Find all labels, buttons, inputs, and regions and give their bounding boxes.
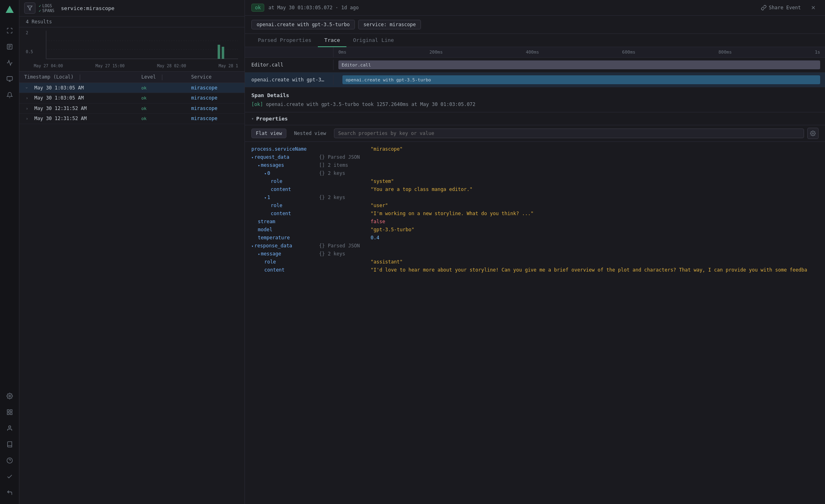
cell-service: mirascope	[187, 93, 245, 104]
svg-rect-10	[10, 410, 12, 412]
prop-row-messages[interactable]: ▾messages [] 2 items	[245, 161, 825, 169]
span-details-title: Span Details	[251, 92, 819, 98]
span-details-content: openai.create with gpt-3.5-turbo took 12…	[266, 102, 475, 107]
prop-value-model: "gpt-3.5-turbo"	[371, 227, 414, 232]
trace-bar-openai: openai.create with gpt-3.5-turbo	[342, 75, 820, 84]
prop-row-1[interactable]: ▾1 {} 2 keys	[245, 193, 825, 201]
table-row[interactable]: › May 30 1:03:05 AM ok mirascope	[19, 83, 245, 93]
svg-point-8	[9, 395, 10, 397]
prop-value-content-system: "You are a top class manga editor."	[371, 187, 473, 192]
collapse-arrow-requestdata: ▾	[251, 156, 253, 160]
collapse-arrow-1: ▾	[264, 196, 266, 200]
trace-name-openai: openai.create with gpt-3.5-turbo	[245, 75, 334, 85]
filter-button[interactable]	[24, 2, 35, 14]
breadcrumb-openai: openai.create with gpt-3.5-turbo	[251, 20, 355, 29]
left-panel: ✓ LOGS ✓ SPANS 4 Results 2 0.5	[19, 0, 245, 504]
col-service[interactable]: Service	[187, 72, 245, 83]
table-row[interactable]: › May 30 12:31:52 AM ok mirascope	[19, 103, 245, 114]
close-button[interactable]	[808, 2, 819, 13]
sidebar-item-help[interactable]	[2, 453, 17, 468]
svg-rect-5	[7, 77, 12, 80]
prop-key-content-system: content	[251, 187, 316, 192]
col-timestamp[interactable]: Timestamp (Local)	[19, 72, 137, 83]
trace-row-editor[interactable]: Editor.call Editor.call	[245, 58, 825, 73]
prop-row-content-user[interactable]: content "I'm working on a new storyline.…	[245, 209, 825, 218]
tick-1s: 1s	[815, 50, 820, 55]
sidebar-item-grid[interactable]	[2, 405, 17, 419]
flat-view-button[interactable]: Flat view	[251, 129, 286, 138]
prop-key-role-assistant: role	[251, 259, 316, 265]
span-details-text: [ok] openai.create with gpt-3.5-turbo to…	[251, 102, 819, 107]
sidebar	[0, 0, 19, 504]
tick-600: 600ms	[622, 50, 635, 55]
cell-level: ok	[137, 103, 187, 114]
trace-row-openai[interactable]: openai.create with gpt-3.5-turbo openai.…	[245, 73, 825, 87]
prop-row-requestdata[interactable]: ▾request_data {} Parsed JSON	[245, 153, 825, 161]
properties-settings-button[interactable]	[807, 128, 819, 139]
chart-y-labels: 2 0.5	[26, 31, 33, 54]
cell-timestamp: › May 30 12:31:52 AM	[19, 114, 137, 124]
collapse-arrow-0: ▾	[264, 172, 266, 176]
x-label-3: May 28 02:00	[157, 64, 186, 68]
prop-row-responsedata[interactable]: ▾response_data {} Parsed JSON	[245, 242, 825, 250]
prop-key-requestdata: ▾request_data	[251, 154, 316, 160]
sidebar-item-alerts[interactable]	[2, 88, 17, 102]
prop-row-message[interactable]: ▾message {} 2 keys	[245, 250, 825, 258]
prop-row-content-system[interactable]: content "You are a top class manga edito…	[245, 185, 825, 193]
collapse-arrow-message: ▾	[258, 252, 260, 256]
prop-key-role-system: role	[251, 178, 316, 184]
prop-row-role-user[interactable]: role "user"	[245, 201, 825, 209]
event-timestamp: at May 30 01:03:05.072 · 1d ago	[268, 5, 359, 10]
prop-type-1: {} 2 keys	[319, 195, 367, 200]
results-table-container: Timestamp (Local) Level Service › May 30…	[19, 72, 245, 504]
sidebar-item-user[interactable]	[2, 421, 17, 436]
tick-0: 0ms	[338, 50, 346, 55]
sidebar-item-settings[interactable]	[2, 389, 17, 403]
nested-view-button[interactable]: Nested view	[290, 129, 330, 138]
timeline-label-header	[245, 47, 334, 57]
sidebar-item-back[interactable]	[2, 485, 17, 500]
expand-arrow[interactable]: ›	[24, 106, 30, 111]
x-label-1: May 27 04:00	[34, 64, 63, 68]
prop-row-role-assistant[interactable]: role "assistant"	[245, 258, 825, 266]
sidebar-item-monitor[interactable]	[2, 72, 17, 86]
prop-row-servicename[interactable]: process.serviceName "mirascope"	[245, 145, 825, 153]
share-event-button[interactable]: Share Event	[758, 3, 804, 12]
cell-timestamp: › May 30 1:03:05 AM	[19, 83, 137, 93]
sidebar-item-check[interactable]	[2, 469, 17, 484]
prop-row-role-system[interactable]: role "system"	[245, 177, 825, 185]
svg-rect-21	[218, 45, 220, 59]
expand-arrow[interactable]: ›	[24, 116, 30, 122]
prop-type-0: {} 2 keys	[319, 170, 367, 176]
search-input[interactable]	[58, 4, 240, 13]
sidebar-item-expand[interactable]	[2, 23, 17, 38]
filter-tags: ✓ LOGS ✓ SPANS	[39, 4, 54, 13]
properties-header[interactable]: ▾ Properties	[245, 112, 825, 125]
expand-arrow[interactable]: ›	[24, 85, 30, 91]
sidebar-item-logs[interactable]	[2, 39, 17, 54]
sidebar-item-chart[interactable]	[2, 56, 17, 70]
y-label-2: 2	[26, 31, 33, 35]
tab-parsed-properties[interactable]: Parsed Properties	[251, 34, 318, 47]
expand-arrow[interactable]: ›	[24, 95, 30, 101]
trace-bar-col-editor: Editor.call	[334, 58, 825, 72]
svg-marker-0	[6, 6, 14, 13]
properties-search-input[interactable]	[334, 129, 804, 138]
col-level[interactable]: Level	[137, 72, 187, 83]
prop-row-temperature[interactable]: temperature 0.4	[245, 234, 825, 242]
tab-trace[interactable]: Trace	[318, 34, 346, 47]
table-row[interactable]: › May 30 1:03:05 AM ok mirascope	[19, 93, 245, 104]
prop-row-model[interactable]: model "gpt-3.5-turbo"	[245, 226, 825, 234]
prop-row-stream[interactable]: stream false	[245, 218, 825, 226]
status-badge: ok	[251, 4, 264, 12]
cell-level: ok	[137, 83, 187, 93]
trace-view: 0ms 200ms 400ms 600ms 800ms 1s Editor.ca…	[245, 47, 825, 504]
prop-row-0[interactable]: ▾0 {} 2 keys	[245, 169, 825, 177]
properties-section: ▾ Properties Flat view Nested view	[245, 112, 825, 277]
table-row[interactable]: › May 30 12:31:52 AM ok mirascope	[19, 114, 245, 124]
sidebar-item-book[interactable]	[2, 437, 17, 452]
tab-original-line[interactable]: Original Line	[346, 34, 400, 47]
prop-row-content-assistant[interactable]: content "I'd love to hear more about you…	[245, 266, 825, 274]
collapse-arrow-messages: ▾	[258, 164, 260, 168]
timeline-header: 0ms 200ms 400ms 600ms 800ms 1s	[245, 47, 825, 58]
